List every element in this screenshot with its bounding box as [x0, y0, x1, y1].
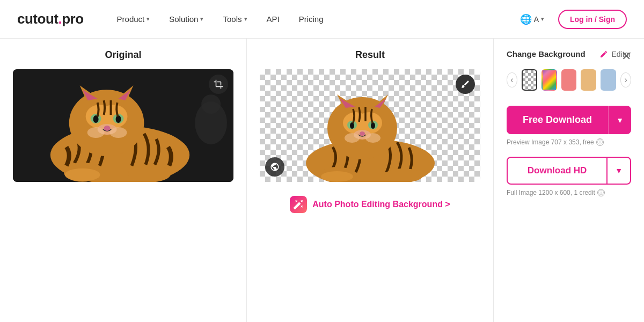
- original-label: Original: [0, 39, 246, 69]
- full-info-icon[interactable]: ⓘ: [597, 189, 605, 196]
- editor-icon: [599, 50, 608, 58]
- content-row: Original: [0, 39, 644, 322]
- main-nav: Product ▾ Solution ▾ Tools ▾ API Pricing: [109, 10, 515, 28]
- transparent-background: [260, 69, 480, 182]
- result-tiger-image: [279, 80, 462, 182]
- hd-dropdown-arrow-icon: ▼: [615, 166, 623, 175]
- product-chevron-icon: ▾: [147, 16, 150, 23]
- svg-point-40: [321, 171, 353, 182]
- gradient-swatch[interactable]: [541, 69, 557, 91]
- tools-chevron-icon: ▾: [244, 16, 247, 23]
- auto-editing-text: Auto Photo Editing Background >: [312, 200, 450, 209]
- free-download-button[interactable]: Free Download: [507, 106, 608, 134]
- pink-swatch[interactable]: [561, 69, 577, 91]
- logo[interactable]: cutout.pro: [17, 11, 84, 27]
- download-hd-row: Download HD ▼: [507, 157, 631, 185]
- nav-tools[interactable]: Tools ▾: [215, 10, 254, 28]
- svg-point-16: [110, 127, 127, 138]
- swatches-next-button[interactable]: ›: [620, 72, 631, 87]
- svg-point-33: [371, 122, 375, 129]
- solution-chevron-icon: ▾: [200, 16, 203, 23]
- svg-point-14: [104, 126, 111, 131]
- original-panel: Original: [0, 39, 247, 322]
- translate-icon: 🌐: [520, 13, 532, 25]
- svg-point-35: [360, 131, 365, 136]
- nav-pricing[interactable]: Pricing: [291, 10, 331, 28]
- nav-product[interactable]: Product ▾: [109, 10, 158, 28]
- login-button[interactable]: Log in / Sign: [558, 10, 627, 29]
- auto-editing-icon: [290, 196, 307, 213]
- header: cutout.pro Product ▾ Solution ▾ Tools ▾ …: [0, 0, 644, 39]
- lang-label: A: [534, 15, 539, 24]
- preview-info: Preview Image 707 x 353, free ⓘ: [507, 138, 631, 146]
- paint-icon: [460, 79, 470, 89]
- preview-info-icon[interactable]: ⓘ: [596, 138, 604, 146]
- lang-chevron-icon: ▾: [541, 16, 544, 23]
- original-tiger-image: [13, 69, 233, 182]
- tan-swatch[interactable]: [581, 69, 596, 91]
- svg-point-19: [65, 169, 100, 181]
- dropdown-arrow-icon: ▼: [616, 116, 624, 125]
- magic-icon: [293, 199, 304, 210]
- svg-point-32: [350, 122, 354, 129]
- paint-tool-button[interactable]: [456, 75, 475, 94]
- download-hd-button[interactable]: Download HD: [507, 157, 606, 185]
- blue-swatch[interactable]: [601, 69, 616, 91]
- full-image-info: Full Image 1200 x 600, 1 credit ⓘ: [507, 189, 631, 196]
- free-download-row: Free Download ▼: [507, 106, 631, 134]
- header-right: 🌐 A ▾ Log in / Sign: [515, 10, 627, 29]
- controls-header: Change Background Editor: [507, 49, 631, 58]
- auto-editing-banner[interactable]: Auto Photo Editing Background >: [247, 188, 493, 221]
- close-button[interactable]: ✕: [621, 49, 631, 63]
- scan-tool-button[interactable]: [265, 157, 284, 177]
- nav-solution[interactable]: Solution ▾: [162, 10, 211, 28]
- svg-point-36: [345, 133, 360, 143]
- swatches-prev-button[interactable]: ‹: [507, 72, 517, 87]
- transparent-swatch[interactable]: [522, 69, 537, 91]
- main-content: Original: [0, 39, 644, 322]
- scan-icon: [270, 162, 280, 172]
- svg-point-18: [128, 165, 171, 182]
- result-label: Result: [247, 39, 493, 69]
- download-hd-dropdown-button[interactable]: ▼: [606, 157, 631, 185]
- free-download-dropdown-button[interactable]: ▼: [608, 106, 631, 134]
- nav-api[interactable]: API: [259, 10, 287, 28]
- original-image-wrap: [13, 69, 233, 182]
- svg-point-12: [116, 115, 121, 123]
- language-selector[interactable]: 🌐 A ▾: [515, 10, 550, 28]
- svg-point-21: [201, 94, 221, 114]
- result-panel: Result: [247, 39, 494, 322]
- change-bg-label: Change Background: [507, 49, 586, 58]
- result-image-wrap: [260, 69, 480, 182]
- svg-point-39: [384, 169, 423, 182]
- crop-tool-button[interactable]: [209, 75, 228, 94]
- svg-point-37: [365, 133, 380, 143]
- svg-point-15: [87, 127, 105, 138]
- swatches-row: ‹ ›: [507, 69, 631, 91]
- controls-panel: ✕ Change Background Editor ‹ ›: [494, 39, 644, 322]
- crop-icon: [214, 79, 223, 89]
